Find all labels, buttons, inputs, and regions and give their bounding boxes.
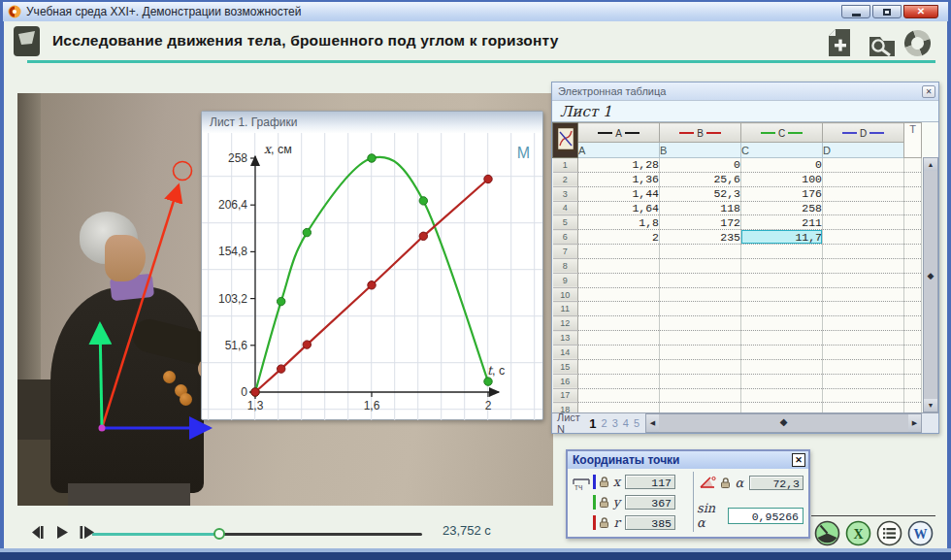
column-name-C[interactable]: C (741, 143, 823, 158)
cell-T[interactable] (904, 172, 922, 186)
vector-origin-point[interactable] (99, 425, 106, 432)
cell-B14[interactable] (660, 345, 741, 359)
cell-A11[interactable] (578, 302, 660, 316)
row-number[interactable]: 5 (553, 215, 578, 230)
list-button[interactable] (876, 520, 902, 546)
cell-T[interactable] (904, 273, 922, 287)
coordinates-close-button[interactable]: ✕ (792, 453, 805, 467)
cell-C11[interactable] (741, 302, 823, 316)
cell-C9[interactable] (741, 273, 823, 287)
sheet-tab-4[interactable]: 4 (623, 417, 629, 429)
cell-D16[interactable] (823, 374, 904, 388)
cell-B16[interactable] (660, 374, 741, 388)
cell-A16[interactable] (578, 374, 660, 388)
cell-A5[interactable]: 1,8 (578, 215, 660, 230)
cell-A4[interactable]: 1,64 (578, 201, 660, 215)
lock-icon[interactable] (720, 477, 731, 489)
cell-D8[interactable] (823, 258, 904, 273)
sheet-tab-5[interactable]: 5 (634, 417, 639, 429)
cell-T[interactable] (904, 287, 922, 302)
cell-C1[interactable]: 0 (741, 158, 823, 173)
cell-D1[interactable] (823, 158, 904, 173)
cell-D17[interactable] (823, 388, 904, 403)
row-number[interactable]: 7 (553, 245, 578, 259)
row-number[interactable]: 18 (553, 403, 578, 412)
spreadsheet-close-button[interactable]: ✕ (922, 85, 935, 98)
minimize-button[interactable] (841, 5, 870, 18)
row-number[interactable]: 3 (553, 186, 578, 201)
row-number[interactable]: 2 (553, 172, 578, 186)
cell-A14[interactable] (578, 345, 660, 359)
cell-D14[interactable] (823, 345, 904, 359)
row-number[interactable]: 10 (553, 287, 578, 302)
cell-C2[interactable]: 100 (741, 172, 823, 186)
word-export-button[interactable]: W (907, 520, 934, 546)
cell-D10[interactable] (823, 287, 904, 302)
column-header-C[interactable]: C (741, 123, 823, 143)
column-name-B[interactable]: B (660, 143, 741, 158)
cell-T[interactable] (904, 345, 922, 359)
cell-A13[interactable] (578, 331, 660, 346)
cell-C18[interactable] (741, 403, 823, 412)
row-number[interactable]: 12 (553, 316, 578, 331)
cell-T[interactable] (904, 388, 922, 403)
cell-T[interactable] (904, 331, 922, 346)
cell-A17[interactable] (578, 388, 660, 403)
play-button[interactable] (55, 525, 69, 540)
cell-B10[interactable] (660, 287, 741, 302)
sheet-tab-1[interactable]: 1 (589, 416, 596, 431)
row-number[interactable]: 8 (553, 258, 578, 273)
cell-B3[interactable]: 52,3 (660, 186, 741, 201)
cell-A15[interactable] (578, 359, 660, 374)
cell-T[interactable] (904, 258, 922, 273)
sin-alpha-value-field[interactable]: 0,95266 (728, 508, 803, 524)
cell-B9[interactable] (660, 273, 741, 287)
scroll-right-button[interactable]: ▶ (908, 414, 921, 432)
row-number[interactable]: 6 (553, 230, 578, 245)
cell-A6[interactable]: 2 (578, 230, 660, 245)
row-number[interactable]: 16 (553, 374, 578, 388)
step-back-button[interactable] (29, 525, 46, 540)
row-number[interactable]: 17 (553, 388, 578, 403)
row-number[interactable]: 9 (553, 273, 578, 287)
vertical-scroll-track[interactable]: ◆ (924, 171, 937, 399)
cell-D3[interactable] (823, 186, 904, 201)
column-name-A[interactable]: A (578, 143, 660, 158)
coordinates-titlebar[interactable]: Координаты точки ✕ (568, 451, 808, 469)
cell-D4[interactable] (823, 201, 904, 215)
lock-icon[interactable] (599, 516, 609, 529)
cell-B7[interactable] (660, 245, 741, 259)
refresh-button[interactable] (902, 28, 933, 62)
vertical-scrollbar[interactable]: ▲ ◆ ▼ (923, 157, 938, 412)
cell-A3[interactable]: 1,44 (578, 186, 660, 201)
maximize-button[interactable] (872, 5, 902, 18)
cell-B2[interactable]: 25,6 (660, 172, 741, 186)
column-header-T[interactable]: T (904, 123, 922, 158)
column-header-D[interactable]: D (823, 123, 904, 143)
cell-C14[interactable] (741, 345, 823, 359)
cell-C13[interactable] (741, 331, 823, 346)
cell-B13[interactable] (660, 331, 741, 346)
alpha-value-field[interactable]: 72,3 (749, 476, 803, 490)
cell-T[interactable] (904, 316, 922, 331)
cell-T[interactable] (904, 403, 922, 412)
cell-D6[interactable] (823, 230, 904, 245)
slider-thumb[interactable] (213, 528, 225, 540)
horizontal-scrollbar[interactable]: ◀ ◆ ▶ (645, 413, 922, 433)
cell-A9[interactable] (578, 273, 660, 287)
cell-T[interactable] (904, 186, 922, 201)
cell-B11[interactable] (660, 302, 741, 316)
cell-C3[interactable]: 176 (741, 186, 823, 201)
lock-icon[interactable] (599, 476, 609, 488)
cell-A2[interactable]: 1,36 (578, 172, 660, 186)
cell-D11[interactable] (823, 302, 904, 316)
spreadsheet-titlebar[interactable]: Электронная таблица ✕ (552, 82, 938, 100)
cell-B5[interactable]: 172 (660, 215, 741, 230)
row-number[interactable]: 4 (553, 201, 578, 215)
row-number[interactable]: 1 (553, 158, 578, 173)
table-corner-icon[interactable] (553, 123, 578, 158)
cell-A18[interactable] (578, 403, 660, 412)
vector-tip-handle[interactable] (174, 162, 192, 181)
cell-C5[interactable]: 211 (741, 215, 823, 230)
cell-A10[interactable] (578, 287, 660, 302)
